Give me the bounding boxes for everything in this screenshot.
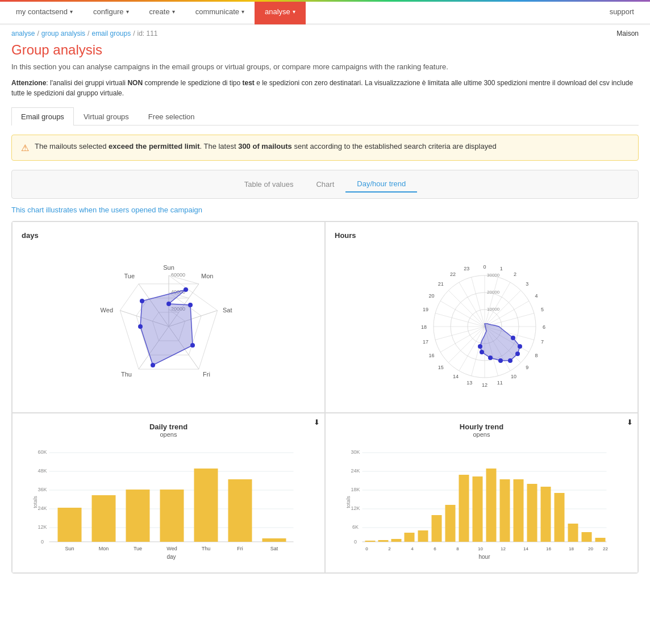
svg-point-27 [184, 287, 188, 292]
svg-text:hour: hour [478, 554, 490, 560]
daily-trend-title: Daily trend [22, 423, 315, 431]
nav-create[interactable]: create ▾ [139, 0, 185, 24]
svg-text:18K: 18K [351, 487, 360, 492]
svg-text:36K: 36K [38, 487, 47, 492]
breadcrumb-analyse[interactable]: analyse [11, 30, 35, 37]
svg-text:day: day [166, 554, 176, 560]
svg-text:6K: 6K [352, 524, 359, 530]
svg-rect-106 [126, 490, 150, 542]
svg-rect-107 [160, 490, 184, 542]
svg-text:12: 12 [501, 546, 506, 551]
daily-trend-subtitle: opens [22, 431, 315, 438]
svg-point-24 [151, 363, 155, 367]
svg-text:15: 15 [438, 365, 443, 370]
svg-line-36 [485, 282, 510, 327]
svg-text:14: 14 [452, 374, 458, 379]
svg-text:22: 22 [603, 546, 608, 551]
svg-text:17: 17 [422, 339, 428, 345]
caret-icon: ▾ [293, 9, 295, 15]
warning-text: The mailouts selected exceed the permitt… [35, 142, 497, 150]
main-tabs: Email groups Virtual groups Free selecti… [11, 107, 639, 126]
svg-rect-138 [486, 469, 497, 542]
svg-text:13: 13 [466, 380, 472, 386]
svg-point-89 [480, 350, 484, 354]
svg-text:5: 5 [541, 307, 544, 312]
svg-rect-149 [595, 538, 606, 542]
tab-email-groups[interactable]: Email groups [11, 107, 74, 126]
download-icon-hourly[interactable]: ⬇ [627, 418, 633, 426]
sub-tabs: Table of values Chart Day/hour trend [12, 170, 638, 198]
svg-rect-110 [262, 538, 286, 542]
svg-text:48K: 48K [38, 468, 47, 474]
sub-tab-chart[interactable]: Chart [305, 176, 345, 193]
days-radar-label: days [22, 231, 315, 240]
svg-text:24K: 24K [38, 505, 47, 511]
svg-text:12K: 12K [38, 524, 47, 530]
sub-tabs-container: Table of values Chart Day/hour trend [11, 170, 639, 199]
caret-icon: ▾ [241, 9, 244, 15]
svg-text:0: 0 [354, 539, 357, 545]
svg-text:14: 14 [523, 546, 528, 551]
svg-point-87 [498, 358, 503, 363]
svg-text:Fri: Fri [237, 546, 243, 551]
svg-rect-133 [378, 540, 389, 542]
warning-box: ⚠ The mailouts selected exceed the permi… [11, 135, 639, 161]
svg-rect-134 [391, 539, 402, 542]
svg-text:Wed: Wed [166, 546, 177, 551]
download-icon-daily[interactable]: ⬇ [314, 418, 320, 426]
hourly-trend-subtitle: opens [335, 431, 628, 438]
breadcrumb-bar: analyse / group analysis / email groups … [0, 25, 650, 42]
page-description: In this section you can analyse campaign… [11, 62, 639, 71]
top-navigation: my contactsend ▾ configure ▾ create ▾ co… [0, 0, 650, 25]
svg-text:totals: totals [32, 496, 38, 508]
svg-text:11: 11 [497, 380, 502, 386]
nav-support[interactable]: support [599, 7, 644, 16]
svg-text:24K: 24K [351, 468, 360, 474]
svg-rect-148 [582, 532, 592, 542]
svg-rect-132 [365, 541, 376, 542]
svg-rect-146 [473, 476, 483, 542]
svg-text:60K: 60K [38, 449, 47, 455]
caret-icon: ▾ [172, 9, 175, 15]
svg-line-53 [435, 313, 484, 327]
warning-icon: ⚠ [21, 143, 29, 153]
svg-point-23 [190, 343, 195, 348]
svg-text:20: 20 [428, 293, 434, 299]
breadcrumb-id: id: 111 [138, 30, 158, 37]
caret-icon: ▾ [126, 9, 129, 15]
svg-text:Thu: Thu [202, 546, 211, 551]
svg-text:10: 10 [511, 374, 516, 379]
svg-rect-145 [445, 505, 456, 542]
svg-text:21: 21 [438, 281, 443, 287]
breadcrumb-group-analysis[interactable]: group analysis [41, 30, 85, 37]
nav-communicate[interactable]: communicate ▾ [185, 0, 255, 24]
svg-rect-108 [194, 469, 218, 542]
page-title: Group analysis [11, 42, 639, 58]
svg-text:Tue: Tue [124, 273, 135, 279]
svg-rect-136 [432, 515, 442, 542]
days-radar-cell: days 60000 40000 20000 [12, 221, 325, 413]
svg-text:totals: totals [345, 496, 351, 508]
hours-radar-svg: 30000 20000 10000 [385, 244, 578, 403]
user-name: Maison [616, 30, 639, 37]
sub-tab-day-hour-trend[interactable]: Day/hour trend [345, 176, 417, 193]
tab-virtual-groups[interactable]: Virtual groups [74, 107, 139, 126]
sub-tab-table-of-values[interactable]: Table of values [233, 176, 305, 193]
charts-grid: days 60000 40000 20000 [11, 221, 639, 574]
svg-text:6: 6 [434, 546, 436, 551]
nav-analyse[interactable]: analyse ▾ [255, 0, 306, 24]
svg-text:Wed: Wed [100, 307, 113, 313]
svg-text:Mon: Mon [99, 546, 109, 551]
svg-text:18: 18 [420, 324, 426, 330]
tab-free-selection[interactable]: Free selection [139, 107, 205, 126]
caret-icon: ▾ [70, 9, 73, 15]
svg-text:16: 16 [546, 546, 551, 551]
nav-my-contactsend[interactable]: my contactsend ▾ [6, 0, 83, 24]
breadcrumb-email-groups[interactable]: email groups [91, 30, 131, 37]
svg-line-38 [485, 301, 529, 327]
svg-line-50 [440, 327, 485, 352]
svg-text:22: 22 [449, 271, 455, 277]
hourly-trend-title: Hourly trend [335, 423, 628, 431]
nav-configure[interactable]: configure ▾ [83, 0, 139, 24]
svg-line-55 [448, 290, 485, 327]
